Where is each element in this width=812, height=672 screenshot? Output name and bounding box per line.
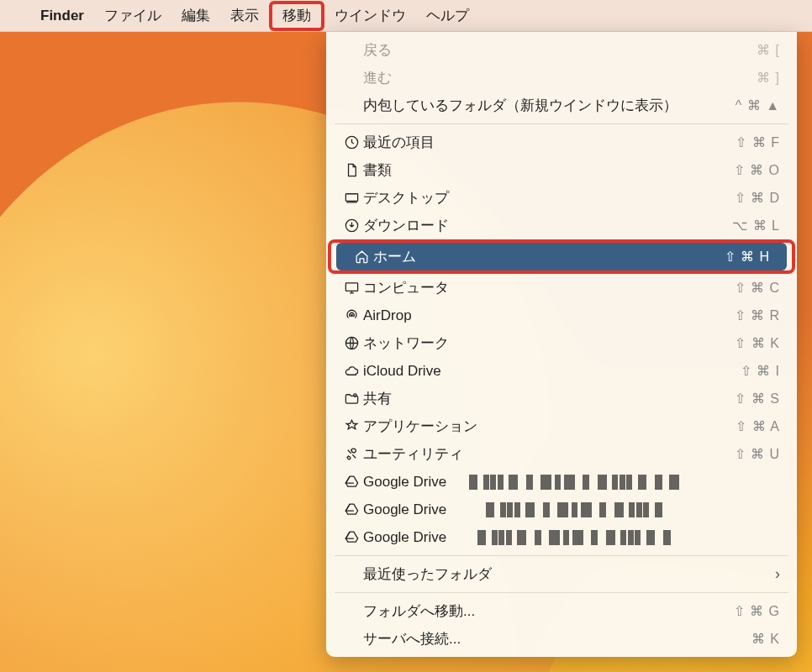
google-drive-icon <box>340 501 363 517</box>
menu-downloads[interactable]: ダウンロード ⌥ ⌘ L <box>326 212 797 239</box>
menu-shared-label: 共有 <box>363 389 735 408</box>
menu-documents[interactable]: 書類 ⇧ ⌘ O <box>326 156 797 184</box>
menu-documents-label: 書類 <box>363 160 734 180</box>
redacted-text <box>477 530 671 545</box>
svg-rect-2 <box>346 202 357 202</box>
menu-google-drive-1[interactable]: Google Drive <box>326 468 797 496</box>
menu-recents[interactable]: 最近の項目 ⇧ ⌘ F <box>326 129 797 156</box>
menu-shared-shortcut: ⇧ ⌘ S <box>735 391 780 407</box>
menubar-go[interactable]: 移動 <box>269 1 324 31</box>
airdrop-icon <box>340 307 363 323</box>
menu-desktop-shortcut: ⇧ ⌘ D <box>735 190 780 206</box>
menu-connect-server-shortcut: ⌘ K <box>751 631 780 647</box>
menu-network-label: ネットワーク <box>363 333 735 353</box>
menu-network-shortcut: ⇧ ⌘ K <box>735 335 780 351</box>
menu-icloud-label: iCloud Drive <box>363 363 741 380</box>
clock-icon <box>340 134 363 150</box>
menubar-edit[interactable]: 編集 <box>171 0 220 31</box>
menu-desktop[interactable]: デスクトップ ⇧ ⌘ D <box>326 184 797 212</box>
menubar-window[interactable]: ウインドウ <box>324 0 416 31</box>
menu-enclosing-folder[interactable]: 内包しているフォルダ（新規ウインドウに表示） ^ ⌘ ▲ <box>326 92 797 119</box>
menu-icloud[interactable]: iCloud Drive ⇧ ⌘ I <box>326 357 797 385</box>
menu-utilities[interactable]: ユーティリティ ⇧ ⌘ U <box>326 440 797 468</box>
menu-airdrop-shortcut: ⇧ ⌘ R <box>735 307 780 323</box>
applications-icon <box>340 418 363 434</box>
menu-computer-label: コンピュータ <box>363 278 735 297</box>
menu-desktop-label: デスクトップ <box>363 188 735 207</box>
menubar: Finder ファイル 編集 表示 移動 ウインドウ ヘルプ <box>0 0 812 32</box>
menu-applications-label: アプリケーション <box>363 417 736 436</box>
menu-recents-shortcut: ⇧ ⌘ F <box>736 134 780 150</box>
menu-icloud-shortcut: ⇧ ⌘ I <box>741 363 780 379</box>
menu-separator <box>335 592 788 593</box>
menu-applications[interactable]: アプリケーション ⇧ ⌘ A <box>326 412 797 440</box>
menu-enclosing-shortcut: ^ ⌘ ▲ <box>736 97 780 113</box>
menu-computer-shortcut: ⇧ ⌘ C <box>735 280 780 296</box>
google-drive-icon <box>340 474 363 490</box>
menu-applications-shortcut: ⇧ ⌘ A <box>736 418 780 434</box>
menu-gdrive2-label: Google Drive <box>363 501 481 518</box>
menu-google-drive-3[interactable]: Google Drive <box>326 523 797 551</box>
redacted-text <box>469 475 679 490</box>
menu-gdrive3-label: Google Drive <box>363 529 472 546</box>
menu-enclosing-label: 内包しているフォルダ（新規ウインドウに表示） <box>363 96 736 115</box>
menu-home-label: ホーム <box>373 247 725 266</box>
menu-go-to-folder[interactable]: フォルダへ移動... ⇧ ⌘ G <box>326 597 797 625</box>
computer-icon <box>340 280 363 296</box>
google-drive-icon <box>340 529 363 545</box>
menu-forward-shortcut: ⌘ ] <box>757 70 780 86</box>
svg-rect-4 <box>345 283 357 291</box>
menu-separator <box>335 123 788 124</box>
menu-utilities-label: ユーティリティ <box>363 444 735 464</box>
menu-back-label: 戻る <box>363 40 757 60</box>
desktop-icon <box>340 190 363 206</box>
menu-recents-label: 最近の項目 <box>363 133 736 152</box>
menu-documents-shortcut: ⇧ ⌘ O <box>734 162 780 178</box>
network-icon <box>340 335 363 351</box>
menu-home-shortcut: ⇧ ⌘ H <box>725 249 770 265</box>
go-menu-dropdown: 戻る ⌘ [ 進む ⌘ ] 内包しているフォルダ（新規ウインドウに表示） ^ ⌘… <box>326 32 797 657</box>
home-icon <box>350 249 373 265</box>
chevron-right-icon: › <box>775 565 780 583</box>
download-icon <box>340 218 363 234</box>
menu-home[interactable]: ホーム ⇧ ⌘ H <box>336 243 787 270</box>
menu-forward-label: 進む <box>363 68 757 87</box>
menu-back-shortcut: ⌘ [ <box>757 42 780 58</box>
menu-recent-folders-label: 最近使ったフォルダ <box>363 564 775 584</box>
shared-folder-icon <box>340 391 363 407</box>
svg-rect-1 <box>345 194 357 202</box>
cloud-icon <box>340 363 363 379</box>
menu-network[interactable]: ネットワーク ⇧ ⌘ K <box>326 329 797 357</box>
menu-google-drive-2[interactable]: Google Drive <box>326 496 797 523</box>
menu-back: 戻る ⌘ [ <box>326 36 797 64</box>
menu-connect-server-label: サーバへ接続... <box>363 629 751 648</box>
menu-go-to-folder-shortcut: ⇧ ⌘ G <box>734 603 780 619</box>
menu-gdrive1-label: Google Drive <box>363 474 464 491</box>
menu-connect-server[interactable]: サーバへ接続... ⌘ K <box>326 625 797 653</box>
app-menu-finder[interactable]: Finder <box>30 0 94 31</box>
utilities-icon <box>340 446 363 462</box>
menu-shared[interactable]: 共有 ⇧ ⌘ S <box>326 385 797 412</box>
menubar-file[interactable]: ファイル <box>94 0 171 31</box>
svg-point-7 <box>353 394 356 396</box>
menubar-view[interactable]: 表示 <box>220 0 269 31</box>
menu-forward: 進む ⌘ ] <box>326 64 797 92</box>
menu-recent-folders[interactable]: 最近使ったフォルダ › <box>326 560 797 588</box>
menu-airdrop-label: AirDrop <box>363 307 735 324</box>
menu-airdrop[interactable]: AirDrop ⇧ ⌘ R <box>326 302 797 329</box>
menu-utilities-shortcut: ⇧ ⌘ U <box>735 446 780 462</box>
menu-go-to-folder-label: フォルダへ移動... <box>363 601 734 621</box>
menu-separator <box>335 555 788 556</box>
menu-downloads-label: ダウンロード <box>363 216 732 235</box>
menu-downloads-shortcut: ⌥ ⌘ L <box>732 218 780 234</box>
menubar-help[interactable]: ヘルプ <box>416 0 479 31</box>
highlight-annotation: ホーム ⇧ ⌘ H <box>328 239 795 274</box>
document-icon <box>340 162 363 178</box>
menu-computer[interactable]: コンピュータ ⇧ ⌘ C <box>326 274 797 302</box>
redacted-text <box>486 502 662 517</box>
svg-point-5 <box>350 314 352 317</box>
